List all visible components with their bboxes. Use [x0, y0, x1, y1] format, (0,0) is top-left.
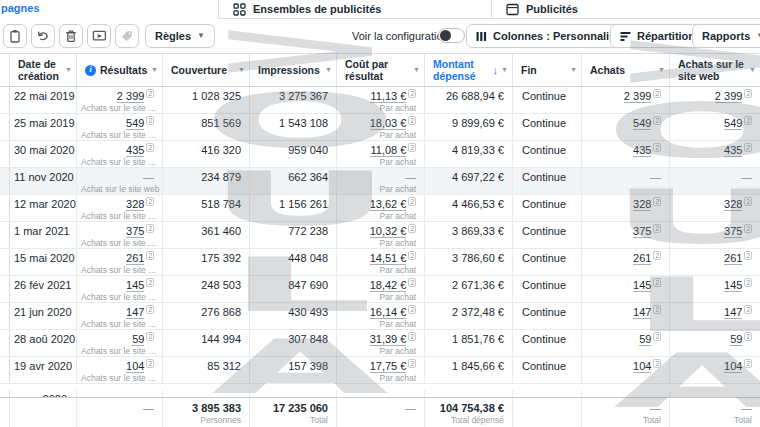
- table-row[interactable]: 1 mar 20213752Achats sur le site …361 46…: [0, 222, 760, 249]
- tab-campaigns-partial[interactable]: pagnes: [1, 2, 40, 14]
- cell-purchases: 2612: [582, 249, 670, 275]
- totals-spent: 104 754,38 €: [440, 402, 504, 414]
- metric-value-link[interactable]: 145: [724, 279, 742, 292]
- metric-value-link[interactable]: 10,32 €: [370, 225, 407, 238]
- cell-web-purchases: 1472: [670, 303, 760, 329]
- metric-value-link[interactable]: 549: [633, 117, 651, 130]
- metric-value-link[interactable]: 18,42 €: [370, 279, 407, 292]
- cell-spent: 3 786,60 €: [425, 249, 513, 275]
- metric-value-link[interactable]: 59: [730, 333, 742, 346]
- sort-caret-icon: ▼: [749, 66, 756, 74]
- cell-spent: 3 869,33 €: [425, 222, 513, 248]
- cell-results: 1472Achats sur le site …: [77, 303, 163, 329]
- metric-value-link[interactable]: 59: [639, 333, 651, 346]
- metric-value-link[interactable]: 261: [633, 252, 651, 265]
- cell-end: Continue: [513, 303, 582, 329]
- column-header-spent[interactable]: Montant dépensé ↓ ▼: [425, 54, 513, 86]
- table-row[interactable]: 15 mai 20202612Achats sur le site …175 3…: [0, 249, 760, 276]
- cell-reach: 248 503: [163, 276, 250, 302]
- metric-value-link[interactable]: 261: [126, 252, 144, 265]
- metric-value-link[interactable]: 104: [126, 360, 144, 373]
- metric-value-link[interactable]: 328: [724, 198, 742, 211]
- delete-button[interactable]: [59, 24, 83, 48]
- tab-ads[interactable]: Publicités: [491, 0, 760, 18]
- metric-value-link[interactable]: 11,08 €: [370, 144, 406, 157]
- metric-value-link[interactable]: 328: [126, 198, 144, 211]
- metric-value-link[interactable]: 16,14 €: [370, 306, 407, 319]
- metric-value-link[interactable]: 2 399: [117, 90, 145, 103]
- cell-web-purchases: 1452: [670, 276, 760, 302]
- metric-value-link[interactable]: 375: [126, 225, 144, 238]
- attribution-marker: 2: [408, 278, 416, 287]
- column-header-end[interactable]: Fin▼: [513, 54, 582, 86]
- ab-test-button[interactable]: [87, 24, 111, 48]
- cell-results: 3752Achats sur le site …: [77, 222, 163, 248]
- undo-button[interactable]: [31, 24, 55, 48]
- metric-value-link[interactable]: 18,03 €: [370, 117, 407, 130]
- metric-value-link[interactable]: 31,39 €: [370, 333, 407, 346]
- metric-value-link[interactable]: 147: [724, 306, 742, 319]
- column-header-web-purchases[interactable]: Achats sur le site web▼: [670, 54, 760, 86]
- sort-caret-icon: ▼: [413, 66, 420, 74]
- cell-impressions: 772 238: [250, 222, 337, 248]
- rules-button[interactable]: Règles ▼: [145, 24, 215, 48]
- metric-value-link[interactable]: 375: [633, 225, 651, 238]
- cell-cost: 31,39 €2Par achat: [337, 330, 425, 356]
- cell-web-purchases: 3752: [670, 222, 760, 248]
- metric-value-link[interactable]: 261: [724, 252, 742, 265]
- metric-value-link[interactable]: 104: [633, 360, 651, 373]
- table-row[interactable]: 12 mar 20203282Achats sur le site …518 7…: [0, 195, 760, 222]
- column-header-reach[interactable]: Couverture▼: [163, 54, 250, 86]
- table-row[interactable]: 30 mai 20204352Achats sur le site …416 3…: [0, 141, 760, 168]
- cell-web-purchases: 592: [670, 330, 760, 356]
- metric-value-link[interactable]: 17,75 €: [370, 360, 407, 373]
- metric-value-link[interactable]: 145: [126, 279, 144, 292]
- table-row[interactable]: 21 jun 20201472Achats sur le site …276 8…: [0, 303, 760, 330]
- metric-value-link[interactable]: 13,62 €: [370, 198, 407, 211]
- reports-label: Rapports: [702, 30, 750, 42]
- column-header-results[interactable]: i Résultats▼: [77, 54, 163, 86]
- metric-value-link[interactable]: 549: [126, 117, 144, 130]
- cell-cost: 11,13 €2Par achat: [337, 87, 425, 113]
- metric-value-link[interactable]: 11,13 €: [370, 90, 406, 103]
- cell-end: Continue: [513, 276, 582, 302]
- metric-value-link[interactable]: 104: [724, 360, 742, 373]
- metric-value-link[interactable]: 147: [633, 306, 651, 319]
- metric-value-link[interactable]: 2 399: [624, 90, 652, 103]
- table-row[interactable]: 22 mai 20192 3992Achats sur le site …1 0…: [0, 87, 760, 114]
- tag-button[interactable]: [115, 24, 139, 48]
- cell-end: Continue: [513, 330, 582, 356]
- duplicate-button[interactable]: [3, 24, 27, 48]
- cell-impressions: 448 048: [250, 249, 337, 275]
- cell-spent: 9 899,69 €: [425, 114, 513, 140]
- tab-adsets[interactable]: Ensembles de publicités: [219, 0, 491, 18]
- metric-value-link[interactable]: 14,51 €: [370, 252, 407, 265]
- column-header-purchases[interactable]: Achats▼: [582, 54, 670, 86]
- column-header-date[interactable]: Date de création▼: [10, 54, 77, 86]
- table-row[interactable]: 19 avr 20201042Achats sur le site …85 31…: [0, 357, 760, 384]
- metric-value-link[interactable]: 549: [724, 117, 742, 130]
- metric-value-link[interactable]: 435: [724, 144, 742, 157]
- sort-caret-icon: ▼: [501, 66, 508, 74]
- view-setup-toggle[interactable]: [438, 28, 465, 43]
- cell-results: 592Achats sur le site …: [77, 330, 163, 356]
- metric-value-link[interactable]: 147: [126, 306, 144, 319]
- attribution-marker: 2: [653, 197, 661, 206]
- metric-value-link[interactable]: 375: [724, 225, 742, 238]
- metric-value-link[interactable]: 328: [633, 198, 651, 211]
- cell-purchases: 3282: [582, 195, 670, 221]
- metric-value-link[interactable]: 435: [126, 144, 144, 157]
- table-row[interactable]: 11 nov 2020—Achat sur le site web234 879…: [0, 168, 760, 195]
- metric-value-link[interactable]: 145: [633, 279, 651, 292]
- metric-value-link[interactable]: 2 399: [715, 90, 743, 103]
- column-header-impressions[interactable]: Impressions▼: [250, 54, 337, 86]
- reports-button[interactable]: Rapports ▼: [692, 24, 760, 48]
- metric-value-link[interactable]: 435: [633, 144, 651, 157]
- table-row[interactable]: 26 fév 20211452Achats sur le site …248 5…: [0, 276, 760, 303]
- cell-reach: 144 994: [163, 330, 250, 356]
- table-row[interactable]: 25 mai 20195492Achats sur le site …851 5…: [0, 114, 760, 141]
- attribution-marker: 2: [744, 116, 752, 125]
- column-header-cost[interactable]: Coût par résultat▼: [337, 54, 425, 86]
- table-row[interactable]: 28 aoû 2020592Achats sur le site …144 99…: [0, 330, 760, 357]
- metric-value-link[interactable]: 59: [132, 333, 144, 346]
